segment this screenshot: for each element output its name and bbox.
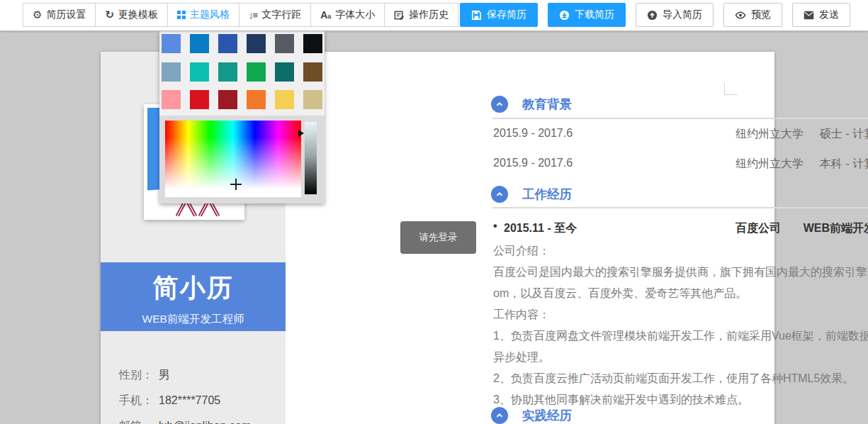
toolbar-button[interactable]: 主题风格 [167,3,239,27]
resume-job-title: WEB前端开发工程师 [101,312,286,327]
color-swatch[interactable] [275,90,294,109]
block-corner-handle [724,83,738,95]
color-swatch[interactable] [162,62,181,82]
history-icon [394,10,405,21]
color-swatch[interactable] [190,34,209,53]
color-swatch[interactable] [162,34,181,53]
action-button-label: 预览 [751,9,771,21]
slider-arrow-icon [298,130,304,137]
color-swatch[interactable] [190,90,209,109]
action-button[interactable]: 下载简历 [548,3,626,27]
toolbar-button-label: 更换模板 [118,9,158,21]
color-crosshair[interactable] [230,179,242,190]
color-swatch[interactable] [247,62,266,82]
contact-value: 男 [159,368,170,383]
practice-section-icon [491,407,508,424]
section-divider [492,207,868,208]
toolbar-button-label: 主题风格 [190,9,230,21]
action-button[interactable]: 发送 [792,3,850,27]
color-swatch[interactable] [162,90,181,109]
toolbar-button-label: 操作历史 [409,9,449,21]
toolbar-button[interactable]: ⚙ 简历设置 [23,3,96,27]
toolbar-button[interactable]: ↻ 更换模板 [95,3,168,27]
toolbar: ⚙ 简历设置 ↻ 更换模板 主题风格 ↕≡ 文字行距 [0,0,868,31]
action-button-label: 下载简历 [575,9,614,21]
color-swatch[interactable] [303,90,322,109]
toolbar-right-group: 保存简历 下载简历 导入简历 预览 [460,3,850,27]
color-swatch[interactable] [218,34,237,53]
education-degree: 硕士 - 计算机专业 [820,127,868,142]
contact-fields[interactable]: 性别： 男 手机： 182****7705 邮箱： lxh@jianliben.… [119,362,275,424]
action-button[interactable]: 导入简历 [636,3,714,27]
education-heading: 教育背景 [522,96,572,113]
contact-row: 性别： 男 [119,362,275,388]
resume-main: 教育背景 2015.9 - 2017.6 纽约州立大学 硕士 - 计算机专业 2… [491,52,868,424]
practice-heading: 实践经历 [522,407,572,424]
color-swatch[interactable] [247,90,266,109]
app: ⚙ 简历设置 ↻ 更换模板 主题风格 ↕≡ 文字行距 [0,0,868,424]
contact-label: 性别： [119,368,159,383]
section-divider [492,118,868,119]
action-button[interactable]: 预览 [723,3,782,27]
eye-icon [735,10,746,21]
action-button[interactable]: 保存简历 [460,3,538,27]
education-school: 纽约州立大学 [735,157,804,172]
work-description-line: 百度公司是国内最大的搜索引擎服务提供商，旗下拥有国内最大的搜索引擎baidu.c… [493,262,868,304]
send-icon [804,11,814,20]
import-icon [647,10,658,21]
contact-row: 邮箱： lxh@jianliben.com [119,413,275,424]
color-swatch[interactable] [218,90,237,109]
toolbar-button-label: 字体大小 [335,9,375,21]
contact-value: lxh@jianliben.com [159,420,251,424]
gear-icon: ⚙ [33,10,42,21]
lightness-slider[interactable] [305,122,317,194]
practice-section-header[interactable]: 实践经历 [491,407,572,424]
education-row[interactable]: 2015.9 - 2017.6 纽约州立大学 硕士 - 计算机专业 [493,127,868,157]
color-swatch[interactable] [247,34,266,53]
education-date: 2015.9 - 2017.6 [493,127,573,140]
toolbar-button-label: 文字行距 [261,9,301,21]
work-description-line: 2、负责百度云推广活动页前端页面开发工作，使用了各种HTML5效果。 [493,368,868,389]
color-swatch[interactable] [303,62,322,82]
color-swatch[interactable] [303,34,322,53]
education-date: 2015.9 - 2017.6 [493,157,573,169]
action-button-label: 发送 [819,9,839,21]
education-degree: 本科 - 计算机专业 [820,157,868,172]
refresh-icon: ↻ [105,10,114,21]
contact-row: 手机： 182****7705 [119,388,275,413]
color-swatch[interactable] [190,62,209,82]
resume-name-block[interactable]: 简小历 WEB前端开发工程师 [101,262,286,331]
toolbar-button[interactable]: Aa 字体大小 [310,3,385,27]
work-job-title: WEB前端开发工程师 [804,221,868,236]
resume-name: 简小历 [101,271,286,306]
color-swatch[interactable] [218,62,237,82]
work-description-line: 1、负责百度网盘文件管理模块前端开发工作，前端采用Vue框架，前端数据无刷新异步… [493,325,868,368]
toolbar-left-group: ⚙ 简历设置 ↻ 更换模板 主题风格 ↕≡ 文字行距 [23,3,458,27]
work-company: 百度公司 [735,221,781,236]
work-section-header[interactable]: 工作经历 [491,186,572,203]
work-description-line: 工作内容： [493,304,868,325]
color-swatch[interactable] [275,34,294,53]
education-row[interactable]: 2015.9 - 2017.6 纽约州立大学 本科 - 计算机专业 [493,157,868,186]
line-spacing-icon: ↕≡ [249,10,257,21]
work-heading: 工作经历 [522,186,572,203]
theme-grid-icon [177,11,186,19]
contact-value: 182****7705 [159,394,220,407]
download-icon [559,10,570,21]
color-spectrum[interactable] [165,121,301,197]
font-size-icon: Aa [320,9,331,21]
work-header-row[interactable]: • 2015.11 - 至今 百度公司 WEB前端开发工程师 [493,221,868,237]
education-section-header[interactable]: 教育背景 [491,96,572,113]
education-rows[interactable]: 2015.9 - 2017.6 纽约州立大学 硕士 - 计算机专业 2015.9… [493,127,868,186]
editor-canvas: 简小历 WEB前端开发工程师 性别： 男 手机： 182****7705 [0,31,868,424]
toolbar-button[interactable]: ↕≡ 文字行距 [239,3,311,27]
action-button-label: 导入简历 [663,9,702,21]
toolbar-button[interactable]: 操作历史 [384,3,458,27]
work-section-icon [491,186,508,203]
toolbar-button-label: 简历设置 [46,9,86,21]
education-section-icon [491,96,508,113]
work-description[interactable]: 公司介绍： 百度公司是国内最大的搜索引擎服务提供商，旗下拥有国内最大的搜索引擎b… [493,240,868,411]
color-swatch-grid [162,34,322,109]
color-swatch[interactable] [275,62,294,82]
contact-label: 手机： [119,394,159,408]
